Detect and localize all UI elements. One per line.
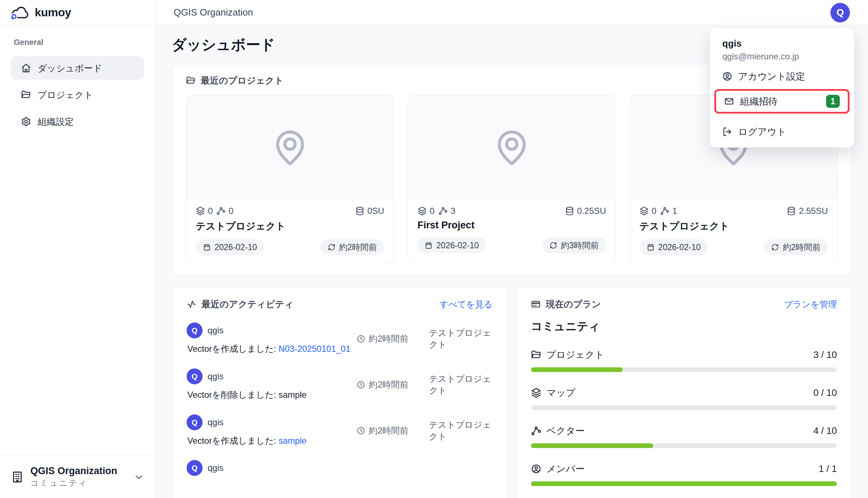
project-thumbnail bbox=[186, 96, 393, 199]
quota-vectors: ベクター 4 / 10 bbox=[531, 425, 837, 448]
quota-maps: マップ 0 / 10 bbox=[531, 387, 837, 410]
org-switcher-name: QGIS Organization bbox=[30, 465, 127, 477]
folder-icon bbox=[21, 90, 31, 100]
activity-item: Q qgis bbox=[187, 460, 493, 480]
activity-user: qgis bbox=[208, 325, 224, 335]
user-avatar-button[interactable]: Q bbox=[830, 3, 850, 22]
activity-message: Vectorを作成しました: N03-20250101_01 bbox=[187, 343, 357, 355]
sidebar-nav: General ダッシュボード プロジェクト 組織設定 bbox=[0, 25, 155, 456]
project-date-badge: 2026-02-10 bbox=[196, 239, 264, 255]
project-card-info: 0 1 2.55SU テストプロジェクト 2026-02-10 約2時間前 bbox=[630, 199, 837, 264]
sidebar-item-projects[interactable]: プロジェクト bbox=[11, 83, 144, 106]
activity-message: Vectorを作成しました: sample bbox=[187, 435, 357, 447]
project-updated-badge: 約2時間前 bbox=[764, 239, 828, 255]
project-thumbnail bbox=[408, 96, 615, 199]
activity-avatar: Q bbox=[187, 322, 203, 338]
sidebar-item-org-settings[interactable]: 組織設定 bbox=[11, 110, 144, 133]
layers-icon bbox=[196, 206, 205, 216]
layers-icon bbox=[531, 388, 541, 398]
home-icon bbox=[21, 63, 31, 73]
sidebar: kumoy General ダッシュボード プロジェクト 組織設定 QGIS O… bbox=[0, 0, 156, 498]
sync-icon bbox=[771, 243, 779, 251]
menu-item-label: アカウント設定 bbox=[738, 70, 805, 83]
recent-activity-title: 最近のアクティビティ bbox=[201, 298, 294, 310]
menu-item-org-invite[interactable]: 組織招待 1 bbox=[716, 91, 848, 112]
vector-icon bbox=[531, 426, 541, 436]
progress-bar bbox=[531, 405, 837, 410]
user-email: qgis@mierune.co.jp bbox=[722, 51, 842, 62]
plan-name: コミュニティ bbox=[531, 319, 837, 334]
org-switcher-plan: コミュニティ bbox=[30, 478, 127, 489]
progress-bar bbox=[531, 443, 837, 448]
menu-item-logout[interactable]: ログアウト bbox=[714, 121, 850, 142]
activity-list: Q qgis Vectorを作成しました: N03-20250101_01 約2… bbox=[187, 322, 493, 480]
project-maps-stat: 0 bbox=[639, 206, 656, 216]
quota-label: メンバー bbox=[546, 463, 585, 475]
activity-item: Q qgis Vectorを作成しました: N03-20250101_01 約2… bbox=[187, 322, 493, 355]
project-card[interactable]: 0 0 0SU テストプロジェクト 2026-02-10 約2時間前 bbox=[186, 95, 394, 264]
user-circle-icon bbox=[722, 71, 732, 81]
sidebar-item-label: ダッシュボード bbox=[38, 62, 102, 74]
logout-icon bbox=[722, 127, 732, 137]
project-vectors-stat: 0 bbox=[216, 206, 233, 216]
database-icon bbox=[787, 206, 796, 216]
activity-project: テストプロジェクト bbox=[429, 373, 493, 396]
clock-icon bbox=[357, 334, 365, 343]
activity-user: qgis bbox=[208, 371, 224, 381]
menu-item-account-settings[interactable]: アカウント設定 bbox=[714, 66, 850, 87]
vector-icon bbox=[216, 206, 226, 216]
project-date-badge: 2026-02-10 bbox=[639, 239, 708, 255]
layers-icon bbox=[417, 206, 427, 216]
activity-user: qgis bbox=[208, 463, 224, 473]
menu-divider bbox=[716, 117, 847, 118]
topbar-org-title: QGIS Organization bbox=[174, 7, 253, 18]
current-plan-title: 現在のプラン bbox=[546, 298, 601, 310]
clock-icon bbox=[357, 426, 365, 435]
project-card[interactable]: 0 3 0.25SU First Project 2026-02-10 約3時間… bbox=[408, 95, 616, 264]
project-name: First Project bbox=[417, 220, 606, 231]
quota-projects: プロジェクト 3 / 10 bbox=[531, 349, 837, 372]
quota-value: 3 / 10 bbox=[813, 349, 837, 360]
layers-icon bbox=[639, 206, 649, 216]
quota-value: 0 / 10 bbox=[813, 387, 837, 398]
manage-plan-link[interactable]: プランを管理 bbox=[784, 299, 837, 310]
project-vectors-stat: 3 bbox=[438, 206, 455, 216]
view-all-link[interactable]: すべてを見る bbox=[439, 299, 493, 310]
activity-target-link[interactable]: N03-20250101_01 bbox=[278, 344, 350, 354]
activity-project: テストプロジェクト bbox=[429, 419, 493, 442]
project-updated-badge: 約2時間前 bbox=[320, 239, 384, 255]
user-name: qgis bbox=[722, 38, 842, 49]
project-name: テストプロジェクト bbox=[639, 220, 828, 233]
brand-logo[interactable]: kumoy bbox=[0, 0, 155, 25]
current-plan-panel: 現在のプラン プランを管理 コミュニティ プロジェクト 3 / 10 bbox=[516, 287, 852, 498]
activity-time: 約2時間前 bbox=[357, 379, 429, 391]
quota-label: ベクター bbox=[546, 425, 585, 437]
quota-label: プロジェクト bbox=[546, 349, 604, 361]
user-circle-icon bbox=[531, 464, 541, 474]
activity-avatar: Q bbox=[187, 414, 203, 430]
activity-user: qgis bbox=[208, 417, 224, 427]
activity-item: Q qgis Vectorを作成しました: sample 約2時間前 テストプロ… bbox=[187, 414, 493, 447]
activity-time: 約2時間前 bbox=[357, 333, 429, 345]
project-storage-stat: 0.25SU bbox=[565, 206, 606, 216]
recent-activity-panel: 最近のアクティビティ すべてを見る Q qgis Vectorを作成しました: … bbox=[172, 287, 507, 498]
project-storage-stat: 2.55SU bbox=[787, 206, 828, 216]
annotation-highlight-box: 組織招待 1 bbox=[714, 89, 850, 114]
project-vectors-stat: 1 bbox=[660, 206, 677, 216]
bottom-grid: 最近のアクティビティ すべてを見る Q qgis Vectorを作成しました: … bbox=[172, 287, 852, 498]
activity-target-link[interactable]: sample bbox=[278, 436, 306, 446]
activity-pulse-icon bbox=[187, 299, 196, 309]
sidebar-item-dashboard[interactable]: ダッシュボード bbox=[11, 56, 144, 80]
chevron-down-icon bbox=[133, 472, 144, 482]
menu-item-label: ログアウト bbox=[738, 126, 786, 138]
map-pin-icon bbox=[490, 120, 533, 174]
user-info: qgis qgis@mierune.co.jp bbox=[714, 31, 850, 66]
activity-project: テストプロジェクト bbox=[429, 327, 493, 350]
project-maps-stat: 0 bbox=[417, 206, 434, 216]
progress-bar bbox=[531, 367, 837, 372]
gear-icon bbox=[21, 117, 31, 127]
database-icon bbox=[355, 206, 365, 216]
org-switcher[interactable]: QGIS Organization コミュニティ bbox=[0, 456, 155, 498]
org-switcher-meta: QGIS Organization コミュニティ bbox=[30, 465, 127, 489]
sidebar-item-label: プロジェクト bbox=[38, 89, 93, 101]
